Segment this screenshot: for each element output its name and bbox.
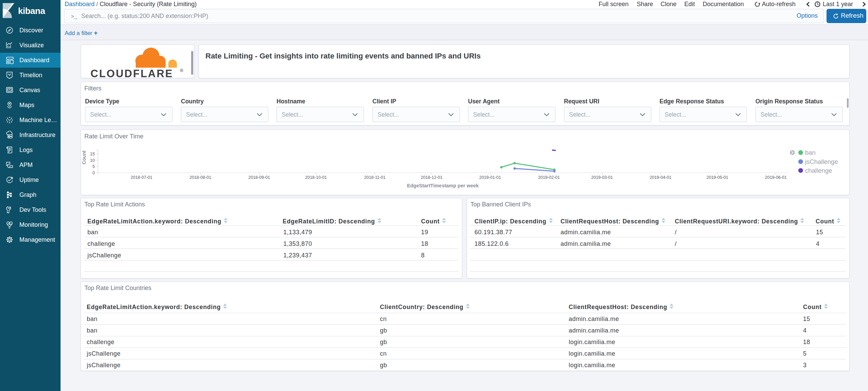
svg-text:2019-06-01: 2019-06-01 <box>765 175 787 180</box>
svg-text:10: 10 <box>90 158 95 163</box>
svg-text:2019-02-01: 2019-02-01 <box>538 175 560 180</box>
svg-text:CLOUDFLARE: CLOUDFLARE <box>90 68 173 77</box>
svg-text:2018-07-01: 2018-07-01 <box>131 175 152 180</box>
svg-text:0: 0 <box>93 170 95 175</box>
svg-text:5: 5 <box>93 164 95 169</box>
svg-text:2018-11-01: 2018-11-01 <box>364 175 385 180</box>
svg-text:EdgeStartTimestamp per week: EdgeStartTimestamp per week <box>407 183 479 188</box>
svg-text:challenge: challenge <box>805 167 832 174</box>
svg-text:2018-10-01: 2018-10-01 <box>305 175 327 180</box>
svg-text:2018-12-01: 2018-12-01 <box>421 175 443 180</box>
svg-text:2019-05-01: 2019-05-01 <box>706 175 728 180</box>
svg-text:2019-03-01: 2019-03-01 <box>591 175 613 180</box>
svg-text:ban: ban <box>805 149 816 156</box>
svg-text:2019-01-01: 2019-01-01 <box>479 175 501 180</box>
svg-text:2018-08-01: 2018-08-01 <box>189 175 211 180</box>
svg-text:®: ® <box>180 68 183 73</box>
svg-text:15: 15 <box>90 151 95 156</box>
svg-text:2018-09-01: 2018-09-01 <box>248 175 270 180</box>
svg-text:Count: Count <box>81 150 87 164</box>
svg-text:jsChallenge: jsChallenge <box>805 158 838 165</box>
svg-text:2019-04-01: 2019-04-01 <box>650 175 671 180</box>
